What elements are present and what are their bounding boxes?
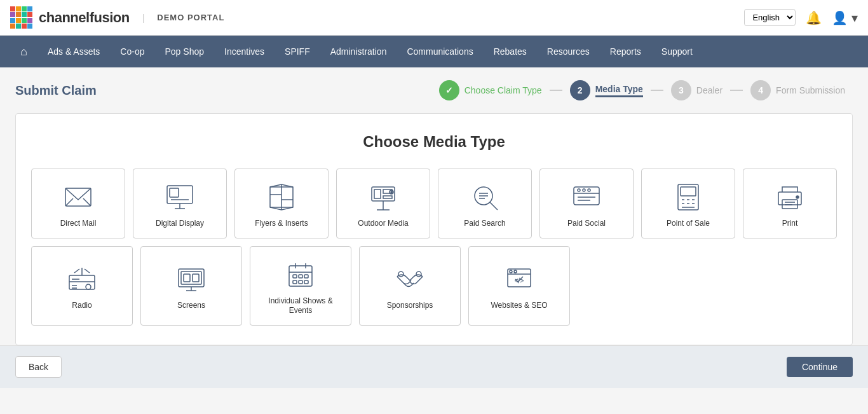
svg-rect-69	[304, 280, 308, 284]
media-screens[interactable]: Screens	[140, 246, 242, 326]
svg-point-28	[578, 189, 580, 191]
monitor-icon	[165, 182, 195, 212]
svg-line-2	[83, 198, 91, 206]
nav-ads-assets[interactable]: Ads & Assets	[37, 36, 110, 67]
sponsorships-label: Sponsorships	[387, 301, 433, 311]
svg-point-20	[391, 191, 392, 193]
choose-media-title: Choose Media Type	[31, 133, 837, 151]
back-button[interactable]: Back	[15, 356, 62, 378]
media-paid-search[interactable]: Paid Search	[438, 169, 532, 238]
svg-rect-59	[193, 274, 199, 282]
outdoor-icon	[368, 182, 398, 212]
step-4: 4 Form Submission	[743, 80, 853, 100]
svg-text:</>: </>	[515, 277, 524, 284]
nav-communications[interactable]: Communications	[397, 36, 483, 67]
logo-cell	[27, 18, 32, 23]
nav-co-op[interactable]: Co-op	[110, 36, 154, 67]
svg-point-29	[583, 189, 585, 191]
screens-icon	[176, 264, 207, 294]
logo-area: channelfusion | DEMO PORTAL	[10, 6, 224, 29]
websites-seo-label: Websites & SEO	[491, 301, 547, 311]
nav-home[interactable]: ⌂	[10, 36, 37, 67]
svg-rect-58	[184, 274, 190, 282]
svg-point-74	[510, 270, 512, 273]
stepper: ✓ Choose Claim Type 2 Media Type 3 Deale…	[431, 80, 853, 100]
step-3-circle: 3	[671, 80, 691, 100]
svg-rect-7	[170, 188, 179, 197]
web-icon: </>	[504, 264, 534, 294]
notifications-icon[interactable]: 🔔	[806, 10, 822, 25]
media-sponsorships[interactable]: Sponsorships	[359, 246, 461, 326]
logo-cell	[27, 24, 32, 29]
svg-rect-64	[293, 275, 297, 278]
svg-rect-16	[374, 190, 381, 198]
step-2-circle: 2	[570, 80, 590, 100]
logo-cell	[22, 12, 27, 17]
top-bar: channelfusion | DEMO PORTAL English 🔔 👤 …	[0, 0, 868, 36]
step-3: 3 Dealer	[663, 80, 730, 100]
print-label: Print	[782, 219, 798, 229]
radio-icon	[67, 264, 97, 294]
page-title: Submit Claim	[15, 83, 97, 98]
nav-incentives[interactable]: Incentives	[214, 36, 275, 67]
svg-point-75	[514, 270, 517, 273]
radio-label: Radio	[72, 301, 92, 311]
media-grid-row1: Direct Mail Digital Display	[31, 169, 837, 238]
svg-line-22	[490, 202, 498, 210]
svg-point-49	[86, 284, 91, 289]
pos-icon	[673, 182, 703, 212]
direct-mail-label: Direct Mail	[60, 219, 97, 229]
language-select[interactable]: English	[744, 9, 796, 26]
media-paid-social[interactable]: Paid Social	[539, 169, 634, 238]
step-4-label: Form Submission	[776, 85, 845, 95]
step-1: ✓ Choose Claim Type	[431, 80, 550, 100]
media-point-of-sale[interactable]: Point of Sale	[641, 169, 735, 238]
footer-bar: Back Continue	[0, 345, 868, 388]
nav-resources[interactable]: Resources	[537, 36, 600, 67]
nav-spiff[interactable]: SPIFF	[275, 36, 320, 67]
step-divider-1	[550, 90, 562, 91]
logo-cell	[22, 18, 27, 23]
media-radio[interactable]: Radio	[31, 246, 133, 326]
digital-display-label: Digital Display	[156, 219, 204, 229]
events-icon	[285, 259, 316, 290]
handshake-icon	[395, 264, 425, 294]
social-icon	[571, 182, 602, 212]
svg-rect-66	[304, 275, 308, 278]
media-websites-seo[interactable]: </> Websites & SEO	[468, 246, 570, 326]
logo-cell	[10, 12, 15, 17]
step-3-label: Dealer	[696, 85, 722, 95]
media-grid-row2: Radio Screens	[31, 246, 837, 326]
svg-point-30	[588, 189, 590, 191]
svg-rect-67	[293, 280, 297, 284]
media-flyers-inserts[interactable]: Flyers & Inserts	[234, 169, 329, 238]
paid-social-label: Paid Social	[567, 219, 606, 229]
nav-support[interactable]: Support	[651, 36, 703, 67]
logo-cell	[27, 12, 32, 17]
media-outdoor[interactable]: Outdoor Media	[336, 169, 430, 238]
svg-rect-0	[65, 188, 91, 206]
nav-administration[interactable]: Administration	[320, 36, 397, 67]
content-wrapper: Submit Claim ✓ Choose Claim Type 2 Media…	[0, 67, 868, 345]
step-4-circle: 4	[750, 80, 771, 100]
logo-text: channelfusion	[39, 10, 130, 26]
logo-cell	[22, 6, 27, 11]
logo-cell	[22, 24, 27, 29]
media-direct-mail[interactable]: Direct Mail	[31, 169, 125, 238]
logo-cell	[16, 24, 21, 29]
svg-rect-55	[181, 272, 201, 284]
user-menu[interactable]: 👤 ▾	[832, 10, 858, 25]
step-1-label: Choose Claim Type	[465, 85, 542, 95]
continue-button[interactable]: Continue	[787, 357, 853, 377]
nav-pop-shop[interactable]: Pop Shop	[155, 36, 215, 67]
logo-cell	[10, 6, 15, 11]
nav-rebates[interactable]: Rebates	[484, 36, 537, 67]
media-shows-events[interactable]: Individual Shows & Events	[250, 246, 351, 326]
step-2-label: Media Type	[595, 84, 643, 97]
step-divider-2	[651, 90, 663, 91]
media-digital-display[interactable]: Digital Display	[133, 169, 227, 238]
media-print[interactable]: Print	[743, 169, 837, 238]
logo-cell	[27, 6, 32, 11]
flyers-icon	[266, 182, 297, 212]
nav-reports[interactable]: Reports	[600, 36, 651, 67]
